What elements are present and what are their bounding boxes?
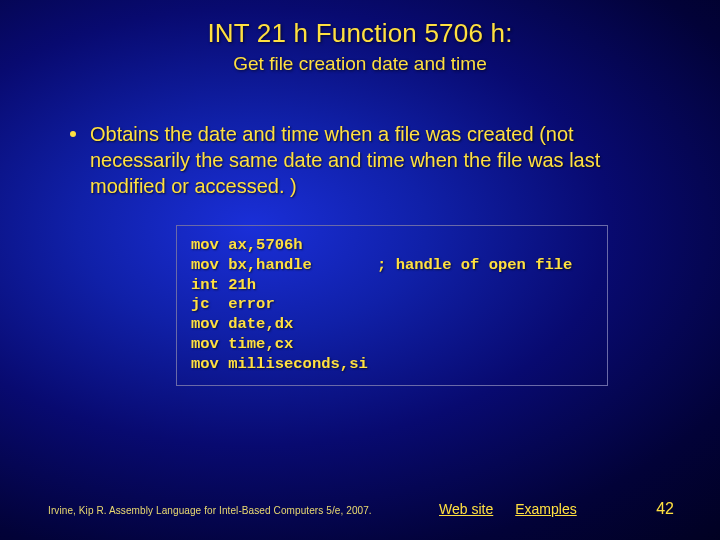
slide: INT 21 h Function 5706 h: Get file creat… — [0, 0, 720, 540]
slide-footer: Irvine, Kip R. Assembly Language for Int… — [0, 500, 720, 518]
footer-citation: Irvine, Kip R. Assembly Language for Int… — [48, 505, 372, 516]
slide-body: Obtains the date and time when a file wa… — [0, 121, 720, 386]
link-website[interactable]: Web site — [439, 501, 493, 517]
code-block: mov ax,5706h mov bx,handle ; handle of o… — [176, 225, 608, 386]
slide-subtitle: Get file creation date and time — [0, 53, 720, 75]
footer-links: Web site Examples — [439, 501, 577, 517]
page-number: 42 — [644, 500, 674, 518]
slide-title: INT 21 h Function 5706 h: — [0, 18, 720, 49]
bullet-text: Obtains the date and time when a file wa… — [90, 121, 668, 199]
bullet-item: Obtains the date and time when a file wa… — [70, 121, 668, 199]
bullet-icon — [70, 131, 76, 137]
link-examples[interactable]: Examples — [515, 501, 576, 517]
title-block: INT 21 h Function 5706 h: Get file creat… — [0, 0, 720, 75]
